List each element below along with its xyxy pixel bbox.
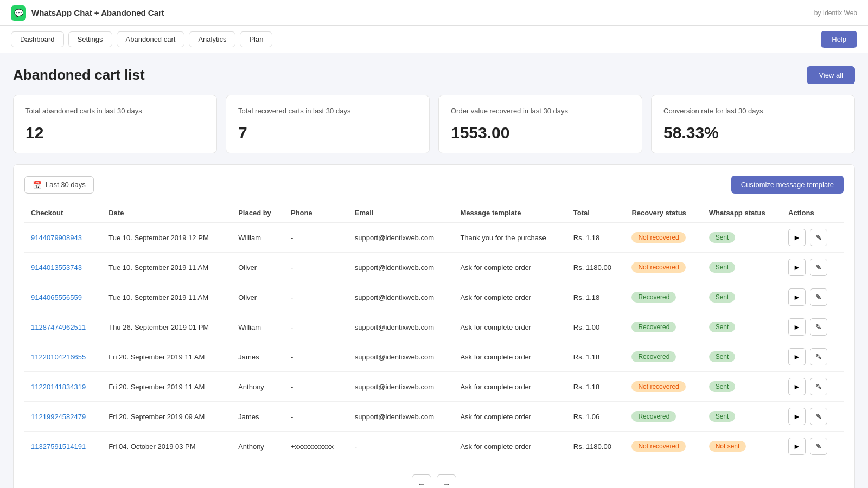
- cell-total: Rs. 1.18: [567, 223, 626, 253]
- cell-recovery-status: Not recovered: [625, 223, 702, 253]
- send-action-button[interactable]: ►: [788, 288, 806, 306]
- cell-date: Fri 04. October 2019 03 PM: [102, 432, 232, 461]
- table-row: 11220141834319 Fri 20. September 2019 11…: [24, 372, 844, 402]
- checkout-link[interactable]: 11327591514191: [31, 442, 86, 451]
- cell-recovery-status: Recovered: [625, 402, 702, 432]
- cell-checkout: 11287474962511: [24, 312, 102, 342]
- stats-grid: Total abandoned carts in last 30 days 12…: [13, 95, 855, 153]
- col-phone: Phone: [284, 203, 348, 223]
- checkout-link[interactable]: 11287474962511: [31, 323, 86, 331]
- checkout-link[interactable]: 11220141834319: [31, 383, 86, 391]
- cell-whatsapp-status: Sent: [703, 402, 782, 432]
- prev-page-button[interactable]: ←: [412, 474, 431, 488]
- cell-recovery-status: Recovered: [625, 312, 702, 342]
- cell-actions: ► ✎: [782, 312, 844, 342]
- recovery-status-badge: Recovered: [631, 322, 676, 332]
- edit-action-button[interactable]: ✎: [810, 288, 827, 306]
- edit-action-button[interactable]: ✎: [810, 259, 827, 276]
- cell-phone: +xxxxxxxxxxx: [284, 432, 348, 461]
- cell-phone: -: [284, 312, 348, 342]
- table-row: 11220104216655 Fri 20. September 2019 11…: [24, 342, 844, 372]
- nav-plan[interactable]: Plan: [240, 31, 272, 47]
- stat-card-abandoned: Total abandoned carts in last 30 days 12: [13, 95, 217, 153]
- cell-recovery-status: Not recovered: [625, 253, 702, 282]
- edit-action-button[interactable]: ✎: [810, 378, 827, 395]
- cell-placed-by: Oliver: [232, 282, 284, 312]
- date-filter-button[interactable]: 📅 Last 30 days: [24, 176, 94, 194]
- cell-placed-by: William: [232, 223, 284, 253]
- top-bar: 💬 WhatsApp Chat + Abandoned Cart by Iden…: [0, 0, 868, 26]
- cell-whatsapp-status: Sent: [703, 312, 782, 342]
- nav-dashboard[interactable]: Dashboard: [11, 31, 64, 47]
- table-row: 9144079908943 Tue 10. September 2019 12 …: [24, 223, 844, 253]
- table-row: 9144065556559 Tue 10. September 2019 11 …: [24, 282, 844, 312]
- checkout-link[interactable]: 9144079908943: [31, 234, 82, 242]
- send-action-button[interactable]: ►: [788, 229, 806, 246]
- stat-card-order-value: Order value recovered in last 30 days 15…: [438, 95, 642, 153]
- cell-checkout: 9144013553743: [24, 253, 102, 282]
- stat-conversion-value: 58.33%: [663, 124, 843, 142]
- send-action-button[interactable]: ►: [788, 259, 806, 276]
- cell-phone: -: [284, 282, 348, 312]
- recovery-status-badge: Not recovered: [631, 441, 685, 452]
- cell-date: Tue 10. September 2019 11 AM: [102, 282, 232, 312]
- customize-template-button[interactable]: Customize message template: [731, 176, 844, 194]
- cell-total: Rs. 1180.00: [567, 253, 626, 282]
- nav-bar: Dashboard Settings Abandoned cart Analyt…: [0, 26, 868, 53]
- nav-analytics[interactable]: Analytics: [189, 31, 235, 47]
- edit-action-button[interactable]: ✎: [810, 408, 827, 425]
- cell-placed-by: James: [232, 342, 284, 372]
- col-message-template: Message template: [454, 203, 566, 223]
- edit-action-button[interactable]: ✎: [810, 348, 827, 365]
- stat-card-recovered: Total recovered carts in last 30 days 7: [226, 95, 430, 153]
- cell-phone: -: [284, 342, 348, 372]
- col-placed-by: Placed by: [232, 203, 284, 223]
- checkout-link[interactable]: 9144013553743: [31, 264, 82, 272]
- send-action-button[interactable]: ►: [788, 438, 806, 455]
- cell-placed-by: James: [232, 402, 284, 432]
- whatsapp-status-badge: Sent: [709, 232, 736, 243]
- nav-abandoned-cart[interactable]: Abandoned cart: [117, 31, 185, 47]
- send-action-button[interactable]: ►: [788, 408, 806, 425]
- cell-recovery-status: Recovered: [625, 342, 702, 372]
- recovery-status-badge: Not recovered: [631, 232, 685, 243]
- next-page-button[interactable]: →: [437, 474, 456, 488]
- cell-placed-by: Anthony: [232, 432, 284, 461]
- send-action-button[interactable]: ►: [788, 318, 806, 336]
- checkout-link[interactable]: 9144065556559: [31, 293, 82, 301]
- nav-settings[interactable]: Settings: [68, 31, 112, 47]
- edit-action-button[interactable]: ✎: [810, 229, 827, 246]
- cell-actions: ► ✎: [782, 402, 844, 432]
- cell-date: Tue 10. September 2019 12 PM: [102, 223, 232, 253]
- view-all-button[interactable]: View all: [807, 66, 855, 84]
- cell-actions: ► ✎: [782, 342, 844, 372]
- cell-total: Rs. 1.00: [567, 312, 626, 342]
- send-action-button[interactable]: ►: [788, 348, 806, 365]
- cell-email: support@identixweb.com: [348, 223, 454, 253]
- help-button[interactable]: Help: [821, 31, 857, 48]
- checkout-link[interactable]: 11219924582479: [31, 413, 86, 421]
- checkout-link[interactable]: 11220104216655: [31, 353, 86, 361]
- col-date: Date: [102, 203, 232, 223]
- stat-recovered-value: 7: [238, 124, 417, 142]
- recovery-status-badge: Not recovered: [631, 262, 685, 273]
- stat-recovered-label: Total recovered carts in last 30 days: [238, 106, 417, 116]
- pagination: ← →: [24, 474, 844, 488]
- cell-checkout: 9144079908943: [24, 223, 102, 253]
- stat-card-conversion: Conversion rate for last 30 days 58.33%: [651, 95, 855, 153]
- cell-email: support@identixweb.com: [348, 312, 454, 342]
- cell-checkout: 11327591514191: [24, 432, 102, 461]
- edit-action-button[interactable]: ✎: [810, 318, 827, 336]
- cell-whatsapp-status: Sent: [703, 223, 782, 253]
- page-title: Abandoned cart list: [13, 67, 145, 84]
- recovery-status-badge: Recovered: [631, 292, 676, 303]
- col-recovery-status: Recovery status: [625, 203, 702, 223]
- abandoned-cart-table: Checkout Date Placed by Phone Email Mess…: [24, 203, 844, 461]
- stat-conversion-label: Conversion rate for last 30 days: [663, 106, 843, 116]
- send-action-button[interactable]: ►: [788, 378, 806, 395]
- by-label: by Identix Web: [814, 9, 857, 17]
- main-content: Abandoned cart list View all Total aband…: [0, 53, 868, 488]
- whatsapp-status-badge: Sent: [709, 411, 736, 422]
- whatsapp-status-badge: Sent: [709, 322, 736, 332]
- edit-action-button[interactable]: ✎: [810, 438, 827, 455]
